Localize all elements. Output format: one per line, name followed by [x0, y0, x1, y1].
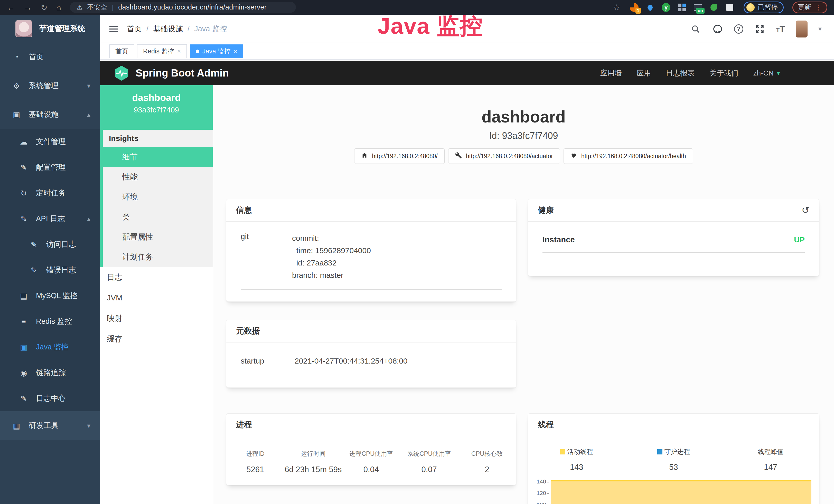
history-icon[interactable]: ↺: [802, 205, 809, 216]
process-col-运行时间: 运行时间6d 23h 15m 59s: [284, 450, 343, 474]
tab-close-icon[interactable]: ×: [177, 48, 181, 55]
extension-y-icon[interactable]: y: [661, 2, 671, 13]
instance-menu-计划任务[interactable]: 计划任务: [103, 247, 213, 267]
instance-menu-环境[interactable]: 环境: [103, 187, 213, 207]
ytick-100: 100: [536, 501, 546, 504]
sba-language-label: zh-CN: [753, 69, 774, 77]
reload-icon[interactable]: ↻: [41, 3, 47, 12]
sidebar-item-label: 错误日志: [46, 265, 76, 275]
home-icon[interactable]: ⌂: [56, 3, 61, 12]
insights-label: Insights: [103, 130, 213, 147]
sidebar-item-API 日志[interactable]: ✎API 日志▴: [0, 206, 100, 232]
github-icon[interactable]: [712, 23, 723, 35]
instance-menu-类[interactable]: 类: [103, 207, 213, 227]
sba-brand[interactable]: Spring Boot Admin: [113, 65, 229, 81]
extensions-puzzle-icon[interactable]: [725, 2, 735, 13]
sidebar-toggle-icon[interactable]: [109, 24, 118, 34]
sidebar-item-label: 基础设施: [29, 109, 59, 120]
health-card: 健康 ↺ Instance UP: [528, 199, 819, 276]
instance-header[interactable]: dashboard 93a3fc7f7409: [100, 85, 213, 130]
address-bar[interactable]: ⚠ 不安全 | dashboard.yudao.iocoder.cn/infra…: [70, 2, 296, 13]
tab-Redis 监控[interactable]: Redis 监控×: [137, 44, 187, 58]
sidebar-item-首页[interactable]: ◔首页: [0, 43, 100, 71]
legend-活动线程: 活动线程143: [528, 448, 625, 472]
breadcrumb-item[interactable]: 首页: [127, 24, 142, 34]
sidebar-item-定时任务[interactable]: ↻定时任务: [0, 180, 100, 206]
sba-language-select[interactable]: zh-CN▾: [753, 69, 780, 77]
sidebar-item-访问日志[interactable]: ✎访问日志: [0, 232, 100, 257]
fullscreen-icon[interactable]: [754, 23, 765, 35]
breadcrumb-item[interactable]: Java 监控: [194, 24, 227, 34]
browser-profile-chip[interactable]: 已暂停: [744, 2, 784, 13]
sidebar-item-Redis 监控[interactable]: ≡Redis 监控: [0, 308, 100, 334]
extension-switch-icon[interactable]: on: [693, 2, 703, 13]
breadcrumb-item[interactable]: 基础设施: [153, 24, 183, 34]
kebab-menu-icon[interactable]: ⋮: [815, 3, 822, 12]
instance-menu-日志[interactable]: 日志: [100, 267, 213, 288]
sidebar-item-研发工具[interactable]: ▦研发工具▾: [0, 411, 100, 440]
forward-icon[interactable]: →: [24, 3, 32, 12]
legend-label: 守护进程: [657, 448, 690, 456]
instance-link-button[interactable]: http://192.168.0.2:48080/actuator: [448, 148, 560, 164]
process-col-value: 5261: [226, 465, 284, 474]
instance-menu-细节[interactable]: 细节: [100, 147, 213, 167]
legend-label: 活动线程: [560, 448, 593, 456]
page-title: dashboard: [213, 107, 834, 126]
sidebar-item-系统管理[interactable]: ⚙系统管理▾: [0, 71, 100, 100]
health-status-badge: UP: [794, 235, 805, 244]
sidebar-item-配置管理[interactable]: ✎配置管理: [0, 155, 100, 180]
info-card-title: 信息: [226, 199, 516, 222]
metadata-row-label: startup: [241, 357, 294, 365]
user-avatar[interactable]: [796, 21, 808, 38]
chevron-up-icon: ▴: [87, 111, 90, 119]
instance-link-button[interactable]: http://192.168.0.2:48080/actuator/health: [564, 148, 693, 164]
user-menu-caret-icon[interactable]: ▾: [818, 25, 822, 33]
not-secure-icon: ⚠: [76, 3, 83, 11]
bookmark-star-icon[interactable]: ☆: [613, 3, 620, 12]
sidebar-item-MySQL 监控[interactable]: ▤MySQL 监控: [0, 283, 100, 308]
instance-menu-JVM[interactable]: JVM: [100, 288, 213, 308]
sba-nav-关于我们[interactable]: 关于我们: [710, 68, 739, 78]
extension-sprout-icon[interactable]: [709, 2, 719, 13]
extension-colab-icon[interactable]: 1: [629, 2, 639, 13]
tab-close-icon[interactable]: ×: [234, 48, 237, 55]
instance-menu-缓存[interactable]: 缓存: [100, 329, 213, 349]
back-icon[interactable]: ←: [7, 3, 15, 12]
pin-icon: [646, 4, 654, 11]
sidebar-item-label: Redis 监控: [36, 316, 72, 327]
sidebar-item-Java 监控[interactable]: ▣Java 监控: [0, 334, 100, 360]
sidebar-item-错误日志[interactable]: ✎错误日志: [0, 257, 100, 283]
health-card-title: 健康: [538, 205, 554, 216]
sidebar-item-链路追踪[interactable]: ◉链路追踪: [0, 360, 100, 386]
instance-menu-映射[interactable]: 映射: [100, 308, 213, 329]
sba-nav-日志报表[interactable]: 日志报表: [666, 68, 695, 78]
sba-brand-name: Spring Boot Admin: [136, 67, 229, 79]
sidebar-item-日志中心[interactable]: ✎日志中心: [0, 386, 100, 411]
process-col-value: 0.07: [400, 465, 458, 474]
tab-Java 监控[interactable]: Java 监控×: [190, 44, 243, 58]
instance-root-items: 日志JVM映射缓存: [100, 267, 213, 349]
font-size-icon[interactable]: TT: [776, 24, 785, 34]
metadata-card: 元数据 startup 2021-04-27T00:44:31.254+08:0…: [226, 320, 516, 388]
instance-menu-配置属性[interactable]: 配置属性: [103, 227, 213, 247]
help-icon[interactable]: ?: [734, 24, 743, 33]
gear-icon: ⚙: [11, 82, 22, 90]
sidebar-item-基础设施[interactable]: ▣基础设施▴: [0, 100, 100, 129]
extension-grid-icon[interactable]: [677, 2, 687, 13]
sidebar-item-label: API 日志: [36, 214, 65, 224]
extensions-cluster: 1 y on: [629, 2, 735, 13]
extension-pin-icon[interactable]: [645, 2, 655, 13]
tab-首页[interactable]: 首页: [109, 44, 134, 58]
sba-nav-应用[interactable]: 应用: [637, 68, 651, 78]
sidebar-item-文件管理[interactable]: ☁文件管理: [0, 129, 100, 155]
instance-link-button[interactable]: http://192.168.0.2:48080/: [354, 148, 445, 164]
metadata-card-title: 元数据: [226, 320, 516, 343]
sidebar-item-label: 配置管理: [36, 162, 66, 173]
app-logo-row[interactable]: 芋道管理系统: [0, 15, 100, 43]
sba-nav-应用墙[interactable]: 应用墙: [600, 68, 622, 78]
search-icon[interactable]: [690, 23, 701, 35]
cloud-icon: ☁: [19, 137, 29, 146]
browser-update-button[interactable]: 更新 ⋮: [792, 2, 827, 13]
instance-menu-性能[interactable]: 性能: [103, 167, 213, 187]
url-text[interactable]: dashboard.yudao.iocoder.cn/infra/admin-s…: [118, 3, 267, 11]
